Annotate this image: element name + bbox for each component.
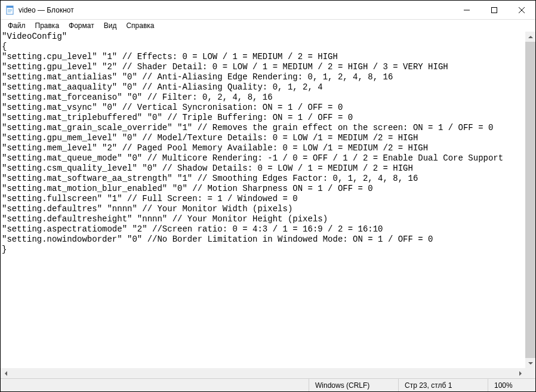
status-position: Стр 23, стлб 1 (398, 379, 488, 391)
titlebar: video — Блокнот (1, 1, 535, 20)
menu-file[interactable]: Файл (3, 20, 30, 31)
text-editor[interactable]: "VideoConfig" { "setting.cpu_level" "1" … (1, 32, 525, 368)
scroll-track-v[interactable] (525, 42, 535, 358)
menu-format[interactable]: Формат (64, 20, 99, 31)
window-controls (453, 1, 535, 19)
statusbar: Windows (CRLF) Стр 23, стлб 1 100% (1, 378, 535, 391)
svg-rect-1 (7, 6, 13, 8)
horizontal-scrollbar[interactable] (1, 368, 525, 378)
scroll-track-h[interactable] (11, 368, 515, 378)
menubar: Файл Правка Формат Вид Справка (1, 20, 535, 32)
scroll-corner (525, 368, 535, 378)
scroll-thumb-v[interactable] (525, 42, 535, 358)
svg-marker-12 (519, 371, 522, 376)
maximize-button[interactable] (480, 1, 508, 19)
editor-wrap: "VideoConfig" { "setting.cpu_level" "1" … (1, 32, 535, 368)
scroll-left-button[interactable] (1, 368, 11, 378)
svg-marker-9 (528, 36, 533, 38)
notepad-icon (5, 5, 15, 15)
svg-marker-11 (5, 371, 7, 376)
window-title: video — Блокнот (19, 6, 453, 14)
svg-rect-6 (492, 7, 497, 13)
status-zoom: 100% (488, 379, 535, 391)
close-button[interactable] (508, 1, 535, 19)
vertical-scrollbar[interactable] (525, 32, 535, 368)
horizontal-scrollbar-row (1, 368, 535, 378)
svg-marker-10 (528, 362, 533, 365)
menu-edit[interactable]: Правка (30, 20, 64, 31)
scroll-right-button[interactable] (515, 368, 525, 378)
scroll-down-button[interactable] (525, 358, 535, 368)
minimize-button[interactable] (453, 1, 480, 19)
menu-help[interactable]: Справка (121, 20, 159, 31)
menu-view[interactable]: Вид (99, 20, 122, 31)
scroll-up-button[interactable] (525, 32, 535, 42)
status-encoding: Windows (CRLF) (309, 379, 398, 391)
